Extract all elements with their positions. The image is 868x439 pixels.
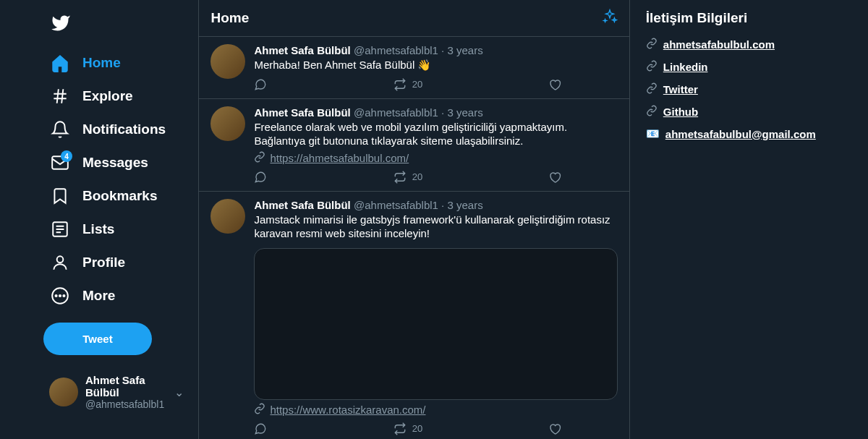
heart-icon <box>548 78 561 91</box>
reply-button[interactable] <box>254 171 267 184</box>
sidebar-left: Home Explore Notifications 4 Messages Bo… <box>0 0 198 439</box>
contact-link[interactable]: Github <box>663 106 698 118</box>
contact-link[interactable]: Twitter <box>663 83 698 95</box>
account-switcher[interactable]: Ahmet Safa Bülbül @ahmetsafablbl1 ⌄ <box>43 368 190 416</box>
contact-link[interactable]: Linkedin <box>663 61 708 73</box>
account-info: Ahmet Safa Bülbül @ahmetsafablbl1 <box>85 374 169 410</box>
main-column: Home Ahmet Safa Bülbül @ahmetsafablbl1 ·… <box>198 0 629 439</box>
contact-item-email[interactable]: 📧 ahmetsafabulbul@gmail.com <box>646 127 852 140</box>
reply-button[interactable] <box>254 422 267 435</box>
avatar[interactable] <box>210 44 245 79</box>
messages-badge: 4 <box>61 150 72 162</box>
nav-notifications-label: Notifications <box>82 122 166 137</box>
main-header: Home <box>199 0 629 37</box>
tweet-time[interactable]: 3 years <box>447 106 482 119</box>
tweet-sep: · <box>441 199 444 211</box>
nav-more[interactable]: More <box>43 279 190 312</box>
nav-lists[interactable]: Lists <box>43 213 190 246</box>
tweet[interactable]: Ahmet Safa Bülbül @ahmetsafablbl1 · 3 ye… <box>199 192 629 440</box>
tweet-author-name[interactable]: Ahmet Safa Bülbül <box>254 106 350 119</box>
svg-point-5 <box>59 295 61 297</box>
account-handle: @ahmetsafablbl1 <box>85 398 169 410</box>
link-icon <box>254 151 265 165</box>
home-icon <box>51 54 69 72</box>
tweet[interactable]: Ahmet Safa Bülbül @ahmetsafablbl1 · 3 ye… <box>199 99 629 192</box>
nav-home[interactable]: Home <box>43 46 190 80</box>
profile-icon <box>51 253 69 272</box>
tweet-author-name[interactable]: Ahmet Safa Bülbül <box>254 44 350 56</box>
tweet-link[interactable]: https://ahmetsafabulbul.com/ <box>270 152 409 164</box>
tweet-author-handle[interactable]: @ahmetsafablbl1 <box>354 44 438 56</box>
tweet-sep: · <box>441 44 444 56</box>
link-icon <box>646 60 658 74</box>
twitter-logo[interactable] <box>43 6 190 43</box>
chevron-down-icon: ⌄ <box>174 385 184 399</box>
retweet-icon <box>393 171 407 184</box>
reply-icon <box>254 422 267 435</box>
nav-explore-label: Explore <box>82 88 133 104</box>
contact-link[interactable]: ahmetsafabulbul.com <box>663 38 775 51</box>
retweet-count: 20 <box>412 171 422 182</box>
contact-item-github[interactable]: Github <box>646 105 852 119</box>
link-icon <box>646 82 658 96</box>
nav-list: Home Explore Notifications 4 Messages Bo… <box>43 46 190 312</box>
retweet-icon <box>393 422 407 435</box>
nav-messages[interactable]: 4 Messages <box>43 146 190 179</box>
mail-icon: 📧 <box>646 127 660 140</box>
like-button[interactable] <box>548 78 561 91</box>
contact-item-linkedin[interactable]: Linkedin <box>646 60 852 74</box>
retweet-button[interactable]: 20 <box>393 422 422 435</box>
link-icon <box>646 105 658 119</box>
sidebar-right: İletişim Bilgileri ahmetsafabulbul.com L… <box>630 0 868 439</box>
contact-item-twitter[interactable]: Twitter <box>646 82 852 96</box>
contact-title: İletişim Bilgileri <box>646 10 852 26</box>
avatar[interactable] <box>210 106 245 141</box>
reply-button[interactable] <box>254 78 267 91</box>
nav-notifications[interactable]: Notifications <box>43 113 190 146</box>
link-icon <box>254 403 265 417</box>
twitter-bird-icon <box>51 13 71 33</box>
tweet-time[interactable]: 3 years <box>447 44 482 56</box>
nav-home-label: Home <box>82 55 121 71</box>
account-name: Ahmet Safa Bülbül <box>85 374 169 398</box>
mail-icon: 4 <box>51 153 69 172</box>
retweet-count: 20 <box>412 423 422 434</box>
avatar[interactable] <box>210 199 245 234</box>
tweet-link[interactable]: https://www.rotasizkaravan.com/ <box>270 404 425 416</box>
retweet-button[interactable]: 20 <box>393 78 422 91</box>
svg-point-6 <box>63 295 64 297</box>
contact-item-website[interactable]: ahmetsafabulbul.com <box>646 38 852 51</box>
retweet-icon <box>393 78 407 91</box>
page-title: Home <box>210 10 249 26</box>
nav-messages-label: Messages <box>82 155 148 171</box>
bookmark-icon <box>51 187 69 205</box>
reply-icon <box>254 78 267 91</box>
retweet-button[interactable]: 20 <box>393 171 422 184</box>
nav-bookmarks-label: Bookmarks <box>82 188 158 204</box>
tweet[interactable]: Ahmet Safa Bülbül @ahmetsafablbl1 · 3 ye… <box>199 37 629 99</box>
avatar <box>49 378 78 406</box>
like-button[interactable] <box>548 422 561 435</box>
sparkle-icon[interactable] <box>602 9 618 27</box>
nav-lists-label: Lists <box>82 221 114 237</box>
link-icon <box>646 38 658 51</box>
bell-icon <box>51 120 69 139</box>
tweet-author-handle[interactable]: @ahmetsafablbl1 <box>354 106 438 119</box>
contact-link[interactable]: ahmetsafabulbul@gmail.com <box>665 128 816 140</box>
tweet-media[interactable] <box>254 248 617 400</box>
nav-bookmarks[interactable]: Bookmarks <box>43 179 190 213</box>
tweet-author-name[interactable]: Ahmet Safa Bülbül <box>254 199 350 211</box>
nav-explore[interactable]: Explore <box>43 80 190 113</box>
retweet-count: 20 <box>412 79 422 90</box>
tweet-text: Merhaba! Ben Ahmet Safa Bülbül 👋 <box>254 58 617 72</box>
tweet-button[interactable]: Tweet <box>43 323 152 355</box>
tweet-time[interactable]: 3 years <box>447 199 482 211</box>
heart-icon <box>548 422 561 435</box>
tweet-text: Freelance olarak web ve mobil yazılım ge… <box>254 120 617 148</box>
tweet-sep: · <box>441 106 444 119</box>
tweet-author-handle[interactable]: @ahmetsafablbl1 <box>354 199 438 211</box>
like-button[interactable] <box>548 171 561 184</box>
lists-icon <box>51 220 69 239</box>
nav-profile[interactable]: Profile <box>43 246 190 279</box>
nav-profile-label: Profile <box>82 255 125 270</box>
